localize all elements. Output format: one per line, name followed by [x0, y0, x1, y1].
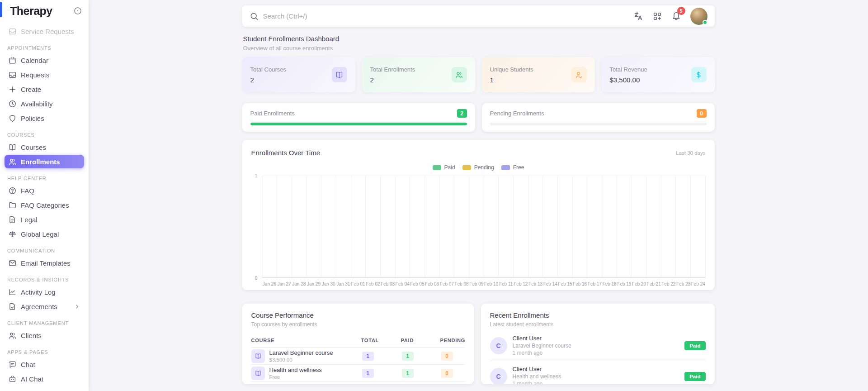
- user-avatar[interactable]: [690, 8, 708, 25]
- content-container: 5 Student Enrollments Dashboard Overview…: [242, 0, 715, 391]
- grid-column: [469, 176, 484, 277]
- progress-bar: [490, 123, 707, 125]
- legend-item-paid[interactable]: Paid: [433, 164, 455, 171]
- grid-column: [380, 176, 395, 277]
- course-performance-table: COURSETOTALPAIDPENDING Laravel Beginner …: [251, 334, 465, 382]
- sidebar-item-policies[interactable]: Policies: [5, 111, 84, 125]
- progress-bar: [250, 123, 467, 125]
- grid-column: [498, 176, 513, 277]
- sidebar-item-activity-log[interactable]: Activity Log: [5, 285, 84, 299]
- stat-value: 1: [490, 76, 533, 84]
- x-axis-tick: Feb 18: [602, 281, 617, 286]
- grid-column: [602, 176, 617, 277]
- enrollment-time: 1 month ago: [513, 350, 571, 356]
- robot-icon: [8, 375, 17, 383]
- legend-swatch: [433, 165, 441, 170]
- course-price: Free: [269, 374, 322, 380]
- sidebar-item-agreements[interactable]: Agreements: [5, 300, 84, 313]
- legend-item-pending[interactable]: Pending: [462, 164, 494, 171]
- grid-column: [277, 176, 292, 277]
- nav-section-label-client-management: CLIENT MANAGEMENT: [7, 320, 81, 326]
- sidebar-item-email-templates[interactable]: Email Templates: [5, 256, 84, 270]
- sidebar-item-faq-categories[interactable]: FAQ Categories: [5, 198, 84, 212]
- table-row[interactable]: Health and wellnessFree110: [251, 365, 465, 382]
- grid-column: [395, 176, 410, 277]
- x-axis-tick: Feb 11: [499, 281, 514, 286]
- sidebar-item-chat[interactable]: Chat: [5, 358, 84, 371]
- sidebar-item-ai-chat[interactable]: AI Chat: [5, 372, 84, 386]
- y-axis-tick-min: 0: [255, 275, 258, 281]
- sidebar-item-availability[interactable]: Availability: [5, 97, 84, 110]
- course-performance-subtitle: Top courses by enrollments: [251, 321, 465, 328]
- sidebar-item-label: Agreements: [21, 303, 57, 310]
- enrollment-course: Laravel Beginner course: [513, 343, 571, 349]
- x-axis-tick: Feb 02: [365, 281, 380, 286]
- progress-label: Paid Enrollments: [250, 110, 295, 117]
- notification-badge: 5: [677, 7, 685, 15]
- x-axis-tick: Jan 27: [277, 281, 292, 286]
- list-item[interactable]: CClient UserLaravel Beginner course1 mon…: [490, 330, 706, 361]
- x-axis-tick: Feb 03: [380, 281, 395, 286]
- y-axis-tick-max: 1: [255, 173, 258, 178]
- sidebar-item-create[interactable]: Create: [5, 82, 84, 96]
- sidebar-item-enrollments[interactable]: Enrollments: [5, 155, 84, 168]
- nav-section-label-records-insights: RECORDS & INSIGHTS: [7, 277, 81, 282]
- sidebar-item-clients[interactable]: Clients: [5, 329, 84, 342]
- sidebar-item-label: Chat: [21, 361, 35, 368]
- search-icon: [250, 12, 259, 21]
- page-subtitle: Overview of all course enrollments: [243, 45, 715, 52]
- sidebar-item-global-legal[interactable]: Global Legal: [5, 227, 84, 241]
- progress-cards: Paid Enrollments2Pending Enrollments0: [242, 103, 715, 132]
- x-axis-tick: Feb 24: [691, 281, 706, 286]
- sidebar-item-label: Availability: [21, 100, 53, 108]
- list-item[interactable]: CClient UserHealth and wellness1 month a…: [490, 361, 706, 384]
- sidebar-item-label: Policies: [21, 114, 44, 122]
- total-badge: 1: [362, 352, 374, 361]
- app-title[interactable]: Therapy: [10, 5, 52, 18]
- sidebar-item-requests[interactable]: Requests: [5, 68, 84, 81]
- nav-section-label-courses: COURSES: [7, 132, 81, 138]
- enrollments-chart-card: Enrollments Over Time Last 30 days PaidP…: [242, 140, 715, 290]
- x-axis-tick: Feb 17: [587, 281, 602, 286]
- chat-icon: [8, 360, 17, 369]
- nav-section-label-apps-pages: APPS & PAGES: [7, 349, 81, 355]
- stat-card-total-enrollments: Total Enrollments2: [362, 57, 475, 92]
- grid-column: [307, 176, 321, 277]
- book-icon: [251, 367, 265, 380]
- grid-column: [336, 176, 351, 277]
- grid-column: [661, 176, 676, 277]
- x-axis-tick: Feb 15: [558, 281, 573, 286]
- paid-badge: 1: [402, 369, 414, 378]
- sidebar-item-service-requests[interactable]: Service Requests: [5, 24, 84, 38]
- table-header-row: COURSETOTALPAIDPENDING: [251, 334, 465, 348]
- apps-shortcuts-icon[interactable]: [652, 11, 662, 21]
- search-input[interactable]: [263, 12, 633, 20]
- grid-column: [542, 176, 557, 277]
- x-axis-tick: Feb 05: [410, 281, 425, 286]
- column-header-total: TOTAL: [361, 338, 401, 343]
- x-axis-tick: Feb 01: [351, 281, 366, 286]
- sidebar-item-faq[interactable]: FAQ: [5, 184, 84, 197]
- chart-plot-wrap: 1 0 Jan 26Jan 27Jan 28Jan 29Jan 30Jan 31…: [262, 176, 706, 286]
- grid-column: [365, 176, 380, 277]
- x-axis-tick: Feb 20: [632, 281, 646, 286]
- file-text-icon: [8, 215, 17, 224]
- nav-section-label-help-center: HELP CENTER: [7, 176, 81, 181]
- sidebar-item-courses[interactable]: Courses: [5, 140, 84, 154]
- language-icon[interactable]: [633, 11, 643, 21]
- notifications-button[interactable]: 5: [671, 10, 681, 22]
- sidebar-item-calendar[interactable]: Calendar: [5, 53, 84, 67]
- shield-icon: [8, 114, 17, 123]
- x-axis-tick: Jan 28: [292, 281, 307, 286]
- x-axis-tick: Feb 09: [469, 281, 484, 286]
- table-row[interactable]: Laravel Beginner course$3,500.00110: [251, 348, 465, 365]
- sidebar-item-legal[interactable]: Legal: [5, 213, 84, 226]
- grid-column: [617, 176, 632, 277]
- sidebar-item-label: Legal: [21, 216, 38, 224]
- x-axis-tick: Feb 14: [543, 281, 558, 286]
- grid-column: [425, 176, 439, 277]
- stat-value: $3,500.00: [610, 76, 647, 84]
- recent-enrollments-title: Recent Enrollments: [490, 311, 706, 319]
- legend-item-free[interactable]: Free: [501, 164, 524, 171]
- sidebar-pin-toggle-icon[interactable]: [73, 6, 82, 15]
